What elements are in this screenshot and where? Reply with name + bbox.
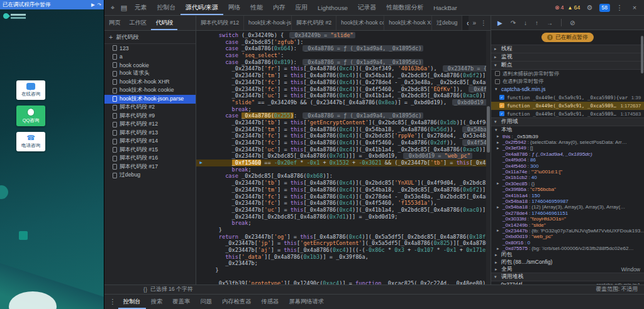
gutter[interactable]: [196, 65, 206, 72]
gutter[interactable]: [196, 200, 206, 207]
scope-group-1[interactable]: ▸闭包 (88…/smConfig): [491, 259, 644, 266]
gutter[interactable]: [196, 220, 206, 227]
navigator-tab-0[interactable]: 网页: [104, 16, 125, 30]
code-line[interactable]: _0x23447b['tb'] = this[_0x4a8786(0xc4)](…: [196, 180, 491, 187]
code-line[interactable]: _0x23447b[_0x2bdc85[_0x4a8786(0x7d1)]] =…: [196, 153, 491, 160]
editor-tab-5[interactable]: 过debug: [432, 16, 462, 30]
code-line[interactable]: _0x23447b;: [196, 260, 491, 267]
gutter[interactable]: [196, 234, 206, 241]
top-tab-3[interactable]: 网络: [223, 0, 246, 15]
call-stack-frame-0[interactable]: _0x377d4fcaptcha-sdk.min.js:1: [491, 281, 644, 285]
scope-variable[interactable]: _0x278de4: 1746046961151: [491, 210, 644, 216]
snippet-item-6[interactable]: hook技术-hook-json.parse: [104, 95, 196, 104]
code-line[interactable]: _0x23447b['jp'] = this['getEncryptConten…: [196, 240, 491, 247]
code-line[interactable]: }: [196, 267, 491, 274]
issues-badge[interactable]: 58: [599, 4, 610, 12]
step-over-icon[interactable]: ↷: [511, 19, 516, 26]
code-line[interactable]: [196, 274, 491, 281]
code-line[interactable]: _0x23447b['tm'] = this[_0x4a8786(0xc4)](…: [196, 187, 491, 193]
code-line[interactable]: }: [196, 227, 491, 234]
scope-variable[interactable]: _0x41b1a4: 150: [491, 192, 644, 198]
snippet-item-12[interactable]: 脚本代码段 #15: [104, 146, 196, 154]
scope-variable[interactable]: _0x4f9d04: 86: [491, 157, 644, 163]
tab-overflow-icon[interactable]: »: [472, 19, 476, 26]
breakpoint-file-group[interactable]: ▾ captcha-sdk.min.js: [491, 85, 644, 94]
gutter[interactable]: [196, 274, 206, 281]
snippet-item-9[interactable]: 脚本代码段 #12: [104, 121, 196, 129]
section-callstack[interactable]: ▾ 调用堆栈: [491, 273, 644, 281]
gutter[interactable]: [196, 227, 206, 234]
checkbox-icon[interactable]: [495, 79, 500, 84]
drawer-kebab-icon[interactable]: ⋮: [107, 294, 118, 309]
editor-tab-2[interactable]: 脚本代码段 #2: [292, 16, 336, 30]
drawer-tab-3[interactable]: 问题: [195, 295, 217, 309]
editor-tab-1[interactable]: hook技术-hook-json.parse: [244, 16, 292, 30]
drawer-tab-4[interactable]: 内存检查器: [217, 295, 256, 309]
settings-gear-icon[interactable]: ⚙: [584, 0, 596, 16]
pretty-print-button[interactable]: { }: [143, 286, 147, 293]
scope-variable[interactable]: _0x54ba18: 1746046959987: [491, 198, 644, 204]
top-tab-8[interactable]: 记录器: [353, 0, 381, 15]
scope-variable[interactable]: _0x4f5460: 300: [491, 163, 644, 168]
top-tab-5[interactable]: 内存: [268, 0, 291, 15]
top-tab-2[interactable]: 源代码/来源: [180, 0, 223, 15]
snippet-item-10[interactable]: 脚本代码段 #13: [104, 129, 196, 138]
step-icon[interactable]: →: [547, 19, 553, 26]
gutter[interactable]: [196, 146, 206, 153]
code-line[interactable]: _0x23447b[_0x2bdc85[_0x4a8786(0x7d1)]] =…: [196, 214, 491, 220]
code-line[interactable]: switch (_0x34249b) {_0x34249b = "slide": [196, 32, 491, 39]
new-snippet-button[interactable]: + 新代码段: [104, 31, 196, 44]
scope-variable[interactable]: _0x14249b: "slide": [491, 222, 644, 227]
inspect-element-icon[interactable]: ⌖: [107, 0, 118, 16]
execution-line[interactable]: ▶_0xf15460 == -0x20ef * -0x1 + 0x1532 + …: [196, 160, 491, 166]
snippet-item-8[interactable]: 脚本代码段 #9: [104, 112, 196, 121]
code-line[interactable]: _0x23447b['tm'] = this[_0x4a8786(0xc4)](…: [196, 72, 491, 79]
gutter[interactable]: [196, 32, 206, 39]
checkbox-icon[interactable]: [499, 103, 504, 108]
gutter[interactable]: [196, 133, 206, 139]
drawer-tab-1[interactable]: 搜索: [146, 295, 168, 309]
editor-vertical-scrollbar[interactable]: [486, 31, 491, 285]
checkbox-icon[interactable]: [495, 71, 500, 76]
code-line[interactable]: break;: [196, 220, 491, 227]
scope-variable[interactable]: ▸_0x54ba18: (12) [Array(3), Array(3), Ar…: [491, 204, 644, 210]
code-line[interactable]: _0x23447b['fc'] = this[_0x4a8786(0xc4)](…: [196, 133, 491, 139]
gutter[interactable]: [196, 86, 206, 93]
scope-variable[interactable]: _0xbd0d19: "web_pc": [491, 234, 644, 239]
resume-icon[interactable]: ▶: [91, 2, 95, 8]
editor-tab-4[interactable]: hook技术-hook XHR: [384, 16, 432, 30]
snippet-item-2[interactable]: hook cookie: [104, 61, 196, 70]
gutter[interactable]: [196, 153, 206, 160]
scope-variable[interactable]: ▸_0x23447b: {tb: 'PG32q07p7aUNJVq5wM7Vvb…: [491, 228, 644, 234]
snippet-item-4[interactable]: hook技术-hook XHR: [104, 78, 196, 87]
gutter[interactable]: [196, 173, 206, 180]
snippet-item-0[interactable]: 123: [104, 44, 196, 53]
error-count[interactable]: ⊗ 4: [555, 4, 564, 11]
gutter[interactable]: [196, 260, 206, 267]
gutter[interactable]: [196, 72, 206, 79]
code-line[interactable]: case _0x2bdc85['zgfub']:: [196, 39, 491, 46]
code-line[interactable]: case _0x4a8786(0x255):_0x4a8786 = ƒ (_0x…: [196, 112, 491, 119]
gutter[interactable]: [196, 52, 206, 59]
code-line[interactable]: break;: [196, 106, 491, 113]
navigator-tab-1[interactable]: 工作区: [125, 16, 152, 30]
scope-variable[interactable]: ▸_0x3ef349: []: [491, 145, 644, 151]
breakpoint-option-1[interactable]: 在遇到异常时暂停: [491, 78, 644, 86]
code-line[interactable]: _0x23447b['uc'] = this[_0x4a8786(0xc4)](…: [196, 146, 491, 153]
section-watch[interactable]: ▸ 监视: [491, 53, 644, 62]
chat-button-1[interactable]: QQ咨询: [16, 106, 45, 126]
scope-variable[interactable]: ▸this: _0x53fb39: [491, 134, 644, 139]
navigator-tab-2[interactable]: 代码段: [151, 16, 177, 30]
chat-button-0[interactable]: 在线咨询: [16, 80, 45, 100]
gutter[interactable]: [196, 240, 206, 247]
drawer-tab-5[interactable]: 传感器: [256, 295, 284, 309]
device-toolbar-icon[interactable]: ▤: [118, 0, 130, 16]
code-line[interactable]: _0x23447b['tb'] = this['getEncryptConten…: [196, 119, 491, 126]
code-line[interactable]: _0x23447b['fr'] = this[_0x4a8786(0xc4)](…: [196, 65, 491, 72]
gutter[interactable]: [196, 99, 206, 106]
step-over-icon[interactable]: ↷: [97, 2, 101, 8]
drawer-tab-0[interactable]: 控制台: [118, 295, 146, 309]
scope-variable[interactable]: _0x3033fd: "fzoyHfdJO1s=": [491, 216, 644, 222]
scrollbar-thumb[interactable]: [641, 36, 643, 73]
section-scope[interactable]: ▾ 作用域: [491, 117, 644, 126]
